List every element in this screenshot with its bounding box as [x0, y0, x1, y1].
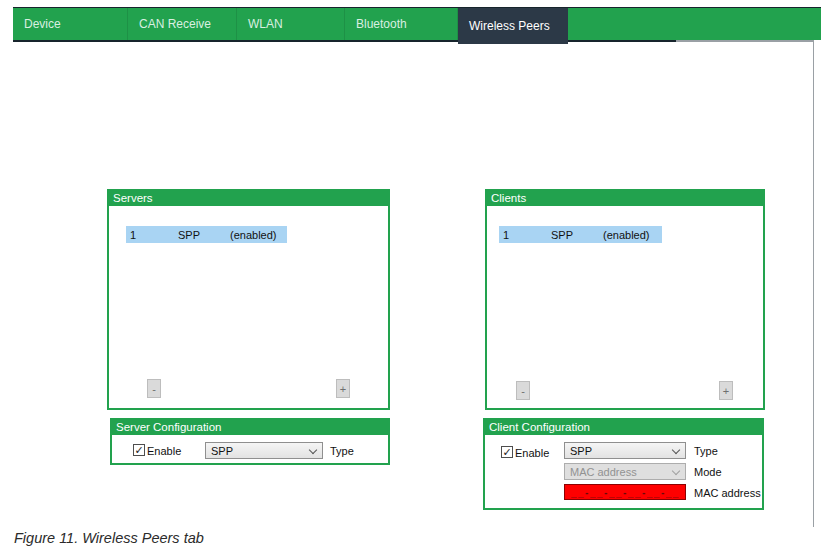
client-type-select[interactable]: SPP: [564, 442, 686, 459]
checkmark-icon: ✓: [134, 445, 143, 455]
server-add-button[interactable]: +: [336, 379, 350, 398]
tab-bar: Device CAN Receive WLAN Bluetooth Wirele…: [13, 7, 821, 40]
tab-bluetooth[interactable]: Bluetooth: [345, 8, 458, 40]
client-mac-address-value: __-__-__-__-__-__: [571, 487, 680, 498]
server-configuration-title: Server Configuration: [112, 420, 388, 435]
client-configuration-title: Client Configuration: [485, 420, 762, 435]
server-row-index: 1: [126, 229, 178, 241]
servers-groupbox: Servers 1 SPP (enabled) - +: [107, 189, 390, 410]
tab-wlan[interactable]: WLAN: [237, 8, 345, 40]
chevron-down-icon: [672, 467, 680, 475]
client-row-index: 1: [499, 229, 551, 241]
client-mode-label: Mode: [694, 466, 722, 478]
client-row-status: (enabled): [603, 229, 662, 241]
server-type-select[interactable]: SPP: [205, 442, 323, 459]
chevron-down-icon: [309, 446, 317, 454]
tab-device[interactable]: Device: [13, 8, 128, 40]
wireless-peers-screen: Device CAN Receive WLAN Bluetooth Wirele…: [0, 0, 821, 560]
client-list-item[interactable]: 1 SPP (enabled): [499, 226, 662, 243]
client-row-type: SPP: [551, 229, 603, 241]
clients-groupbox-title: Clients: [487, 191, 763, 206]
client-mode-select[interactable]: MAC address: [564, 463, 686, 480]
content-right-border: [813, 41, 814, 527]
server-row-type: SPP: [178, 229, 230, 241]
server-type-label: Type: [330, 445, 354, 457]
server-remove-button[interactable]: -: [147, 379, 161, 398]
client-type-select-value: SPP: [570, 445, 592, 457]
servers-groupbox-title: Servers: [109, 191, 388, 206]
clients-groupbox: Clients 1 SPP (enabled) - +: [485, 189, 765, 410]
server-enable-checkbox[interactable]: ✓: [133, 444, 145, 456]
client-mode-select-value: MAC address: [570, 466, 637, 478]
client-configuration-panel: Client Configuration ✓ Enable SPP Type M…: [483, 418, 764, 510]
checkmark-icon: ✓: [502, 447, 511, 457]
client-mac-address-label: MAC address: [694, 487, 761, 499]
client-enable-checkbox[interactable]: ✓: [501, 446, 513, 458]
client-type-label: Type: [694, 445, 718, 457]
server-type-select-value: SPP: [211, 445, 233, 457]
figure-caption: Figure 11. Wireless Peers tab: [14, 530, 204, 546]
tab-can-receive[interactable]: CAN Receive: [128, 8, 237, 40]
chevron-down-icon: [672, 446, 680, 454]
client-enable-label: Enable: [515, 447, 549, 459]
server-configuration-panel: Server Configuration ✓ Enable SPP Type: [110, 418, 390, 465]
server-enable-label: Enable: [147, 445, 181, 457]
tab-wireless-peers[interactable]: Wireless Peers: [458, 8, 568, 44]
server-row-status: (enabled): [230, 229, 287, 241]
client-mac-address-input[interactable]: __-__-__-__-__-__: [564, 484, 686, 500]
client-remove-button[interactable]: -: [516, 381, 530, 400]
server-list-item[interactable]: 1 SPP (enabled): [126, 226, 287, 243]
tabbar-underline: [13, 40, 676, 42]
client-add-button[interactable]: +: [719, 381, 733, 400]
content-top-border: [676, 40, 814, 42]
